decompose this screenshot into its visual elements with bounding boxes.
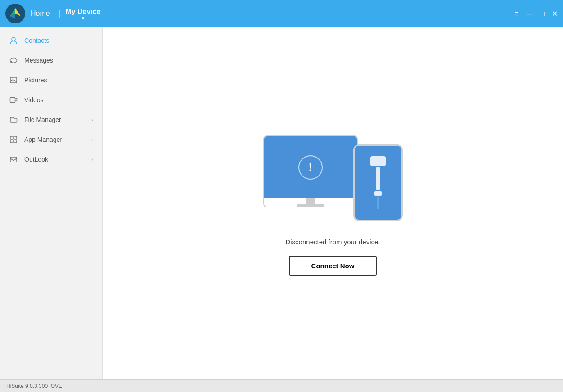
window-controls: ≡ — □ ✕ — [514, 9, 558, 18]
minimize-icon[interactable]: — — [526, 9, 533, 18]
sidebar-contacts-label: Contacts — [24, 37, 93, 44]
svg-rect-8 — [10, 136, 13, 139]
nav-home[interactable]: Home — [31, 9, 54, 18]
nav-divider: | — [59, 9, 61, 18]
svg-rect-12 — [10, 157, 17, 162]
app-logo — [5, 4, 25, 23]
usb-icon — [370, 156, 386, 209]
connect-now-button[interactable]: Connect Now — [289, 256, 377, 276]
sidebar-filemanager-arrow: › — [91, 117, 93, 122]
close-icon[interactable]: ✕ — [552, 9, 558, 18]
sidebar-outlook-label: OutLook — [24, 156, 85, 163]
phone-graphic — [353, 144, 403, 221]
statusbar: HiSuite 9.0.3.300_OVE — [0, 379, 563, 392]
sidebar-messages-icon — [9, 56, 18, 65]
titlebar: Home | My Device ≡ — □ ✕ — [0, 0, 563, 27]
sidebar-contacts-icon — [9, 36, 18, 45]
monitor-stand — [264, 198, 357, 207]
sidebar-item-messages[interactable]: Messages — [0, 50, 102, 70]
sidebar-filemanager-icon — [9, 115, 18, 124]
version-text: HiSuite 9.0.3.300_OVE — [6, 383, 62, 389]
monitor-graphic: ! — [263, 135, 358, 207]
titlebar-nav: Home | My Device — [31, 8, 101, 19]
svg-rect-9 — [14, 136, 17, 139]
main-layout: ContactsMessagesPicturesVideosFile Manag… — [0, 27, 563, 379]
disconnect-illustration: ! — [263, 131, 403, 225]
sidebar-outlook-arrow: › — [91, 157, 93, 162]
sidebar-item-appmanager[interactable]: App Manager› — [0, 130, 102, 149]
sidebar-pictures-icon — [9, 76, 18, 85]
sidebar-item-outlook[interactable]: OutLook› — [0, 149, 102, 169]
maximize-icon[interactable]: □ — [540, 9, 545, 18]
sidebar-pictures-label: Pictures — [24, 77, 93, 84]
sidebar-messages-label: Messages — [24, 57, 93, 64]
sidebar-outlook-icon — [9, 155, 18, 164]
content-area: ! Disconnected from yo — [103, 27, 563, 379]
sidebar-item-filemanager[interactable]: File Manager› — [0, 110, 102, 130]
sidebar-item-contacts[interactable]: Contacts — [0, 31, 102, 50]
svg-rect-7 — [10, 98, 15, 103]
sidebar-videos-label: Videos — [24, 96, 93, 104]
sidebar: ContactsMessagesPicturesVideosFile Manag… — [0, 27, 103, 379]
svg-rect-11 — [14, 140, 17, 143]
svg-point-4 — [12, 37, 15, 41]
phone-screen — [355, 146, 401, 220]
sidebar-appmanager-icon — [9, 135, 18, 144]
sidebar-appmanager-arrow: › — [91, 137, 93, 142]
sidebar-videos-icon — [9, 95, 18, 104]
disconnect-message: Disconnected from your device. — [285, 238, 380, 246]
menu-icon[interactable]: ≡ — [514, 9, 518, 18]
monitor-screen: ! — [264, 136, 357, 198]
nav-mydevice-dot — [82, 17, 84, 19]
nav-mydevice[interactable]: My Device — [65, 8, 100, 19]
exclamation-icon: ! — [298, 155, 323, 180]
sidebar-item-pictures[interactable]: Pictures — [0, 70, 102, 90]
sidebar-filemanager-label: File Manager — [24, 116, 85, 123]
sidebar-appmanager-label: App Manager — [24, 136, 85, 143]
svg-rect-10 — [10, 140, 13, 143]
sidebar-item-videos[interactable]: Videos — [0, 90, 102, 110]
